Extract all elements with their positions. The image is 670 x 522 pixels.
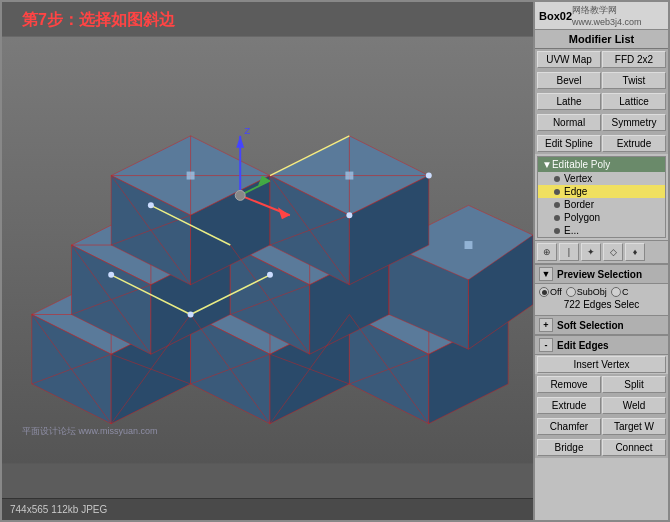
radio-row: Off SubObj C bbox=[539, 287, 664, 297]
tree-item-edge[interactable]: Edge bbox=[538, 185, 665, 198]
symmetry-button[interactable]: Symmetry bbox=[602, 114, 666, 131]
edit-btn-grid-1: Remove Split bbox=[535, 374, 668, 395]
tree-item-border[interactable]: Border bbox=[538, 198, 665, 211]
uvw-map-button[interactable]: UVW Map bbox=[537, 51, 601, 68]
step-text: 第7步：选择如图斜边 bbox=[22, 10, 175, 31]
target-weld-button[interactable]: Target W bbox=[602, 418, 666, 435]
chamfer-button[interactable]: Chamfer bbox=[537, 418, 601, 435]
scene-canvas: 第7步：选择如图斜边 bbox=[2, 2, 533, 498]
rotate-icon-btn[interactable]: ✦ bbox=[581, 243, 601, 261]
radio-multi-circle[interactable] bbox=[611, 287, 621, 297]
normal-button[interactable]: Normal bbox=[537, 114, 601, 131]
selection-count: 722 Edges Selec bbox=[539, 297, 664, 312]
radio-off[interactable]: Off bbox=[539, 287, 562, 297]
svg-point-81 bbox=[346, 212, 352, 218]
svg-point-72 bbox=[235, 190, 245, 200]
btn-grid-3: Lathe Lattice bbox=[535, 91, 668, 112]
svg-point-79 bbox=[267, 272, 273, 278]
radio-subobj-circle[interactable] bbox=[566, 287, 576, 297]
soft-selection-label: Soft Selection bbox=[557, 320, 624, 331]
btn-grid-1: UVW Map FFD 2x2 bbox=[535, 49, 668, 70]
edit-edges-toggle[interactable]: - bbox=[539, 338, 553, 352]
vertex-dot bbox=[554, 176, 560, 182]
icon-toolbar: ⊕ | ✦ ◇ ♦ bbox=[535, 240, 668, 264]
svg-rect-46 bbox=[345, 172, 353, 180]
edge-label: Edge bbox=[564, 186, 587, 197]
bridge-button[interactable]: Bridge bbox=[537, 439, 601, 456]
border-dot bbox=[554, 202, 560, 208]
svg-point-78 bbox=[188, 312, 194, 318]
split-button[interactable]: Split bbox=[602, 376, 666, 393]
svg-point-77 bbox=[108, 272, 114, 278]
tree-collapse-icon: ▼ bbox=[542, 159, 552, 170]
preview-selection-label: Preview Selection bbox=[557, 269, 642, 280]
insert-vertex-button[interactable]: Insert Vertex bbox=[537, 356, 666, 373]
lathe-button[interactable]: Lathe bbox=[537, 93, 601, 110]
edit-btn-grid-3: Chamfer Target W bbox=[535, 416, 668, 437]
radio-off-circle[interactable] bbox=[539, 287, 549, 297]
svg-rect-34 bbox=[465, 241, 473, 249]
twist-button[interactable]: Twist bbox=[602, 72, 666, 89]
radio-multi-label: C bbox=[622, 287, 629, 297]
radio-subobj[interactable]: SubObj bbox=[566, 287, 607, 297]
edit-btn-grid-4: Bridge Connect bbox=[535, 437, 668, 458]
vertex-label: Vertex bbox=[564, 173, 592, 184]
preview-selection-header[interactable]: ▼ Preview Selection bbox=[535, 264, 668, 284]
viewport[interactable]: 第7步：选择如图斜边 bbox=[2, 2, 533, 520]
soft-selection-toggle[interactable]: + bbox=[539, 318, 553, 332]
radio-off-label: Off bbox=[550, 287, 562, 297]
edit-edges-label: Edit Edges bbox=[557, 340, 609, 351]
editable-poly-tree: ▼ Editable Poly Vertex Edge Border bbox=[537, 156, 666, 238]
status-text: 744x565 112kb JPEG bbox=[10, 504, 107, 515]
btn-grid-4: Normal Symmetry bbox=[535, 112, 668, 133]
modifier-list-header: Modifier List bbox=[535, 30, 668, 49]
editable-poly-label: Editable Poly bbox=[552, 159, 610, 170]
radio-subobj-label: SubObj bbox=[577, 287, 607, 297]
svg-point-80 bbox=[148, 202, 154, 208]
tool-icon-btn[interactable]: ♦ bbox=[625, 243, 645, 261]
btn-grid-5: Edit Spline Extrude bbox=[535, 133, 668, 154]
remove-button[interactable]: Remove bbox=[537, 376, 601, 393]
svg-text:Z: Z bbox=[244, 125, 250, 136]
ffd-button[interactable]: FFD 2x2 bbox=[602, 51, 666, 68]
radio-multi[interactable]: C bbox=[611, 287, 629, 297]
lattice-button[interactable]: Lattice bbox=[602, 93, 666, 110]
svg-point-82 bbox=[426, 173, 432, 179]
bevel-button[interactable]: Bevel bbox=[537, 72, 601, 89]
panel-website: 网络教学网 www.web3j4.com bbox=[572, 4, 664, 27]
edit-spline-button[interactable]: Edit Spline bbox=[537, 135, 601, 152]
select-icon-btn[interactable]: ⊕ bbox=[537, 243, 557, 261]
right-panel: Box02 网络教学网 www.web3j4.com Modifier List… bbox=[533, 2, 668, 520]
polygon-dot bbox=[554, 215, 560, 221]
move-icon-btn[interactable]: | bbox=[559, 243, 579, 261]
panel-title: Box02 bbox=[539, 10, 572, 22]
tree-item-polygon[interactable]: Polygon bbox=[538, 211, 665, 224]
element-dot bbox=[554, 228, 560, 234]
btn-grid-2: Bevel Twist bbox=[535, 70, 668, 91]
preview-selection-toggle[interactable]: ▼ bbox=[539, 267, 553, 281]
edit-edges-header[interactable]: - Edit Edges bbox=[535, 335, 668, 355]
svg-rect-40 bbox=[187, 172, 195, 180]
extrude-edge-button[interactable]: Extrude bbox=[537, 397, 601, 414]
watermark: 平面设计论坛 www.missyuan.com bbox=[22, 425, 158, 438]
border-label: Border bbox=[564, 199, 594, 210]
tree-item-element[interactable]: E... bbox=[538, 224, 665, 237]
soft-selection-header[interactable]: + Soft Selection bbox=[535, 315, 668, 335]
connect-button[interactable]: Connect bbox=[602, 439, 666, 456]
extrude-modifier-button[interactable]: Extrude bbox=[602, 135, 666, 152]
tree-header-editable-poly[interactable]: ▼ Editable Poly bbox=[538, 157, 665, 172]
weld-button[interactable]: Weld bbox=[602, 397, 666, 414]
element-label: E... bbox=[564, 225, 579, 236]
preview-selection-body: Off SubObj C 722 Edges Selec bbox=[535, 284, 668, 315]
edit-btn-grid-2: Extrude Weld bbox=[535, 395, 668, 416]
polygon-label: Polygon bbox=[564, 212, 600, 223]
3d-scene: Z bbox=[2, 2, 533, 498]
scale-icon-btn[interactable]: ◇ bbox=[603, 243, 623, 261]
panel-header: Box02 网络教学网 www.web3j4.com bbox=[535, 2, 668, 30]
edge-dot bbox=[554, 189, 560, 195]
tree-item-vertex[interactable]: Vertex bbox=[538, 172, 665, 185]
status-bar: 744x565 112kb JPEG bbox=[2, 498, 533, 520]
